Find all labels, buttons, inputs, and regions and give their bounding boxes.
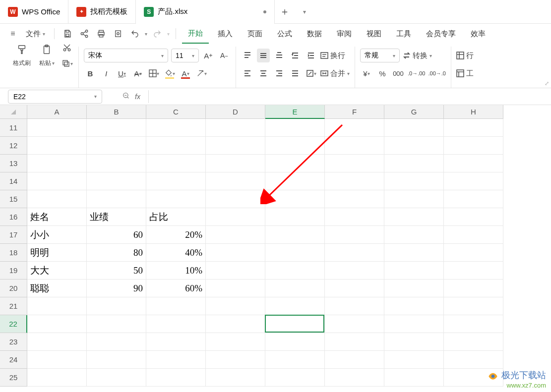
cell-F15[interactable]	[325, 190, 384, 208]
cell-E19[interactable]	[265, 262, 325, 280]
chevron-down-icon[interactable]: ▾	[167, 31, 170, 37]
cell-C24[interactable]	[146, 351, 206, 369]
paste-button[interactable]: 粘贴▾	[36, 40, 58, 71]
formula-input[interactable]	[148, 90, 495, 103]
print-icon[interactable]	[94, 27, 108, 41]
worksheet-button[interactable]: 工	[456, 66, 474, 80]
row-header-18[interactable]: 18	[0, 244, 27, 262]
cell-B19[interactable]: 50	[87, 262, 146, 280]
select-all-corner[interactable]	[0, 105, 27, 119]
cell-A13[interactable]	[27, 155, 87, 172]
format-painter-button[interactable]: 格式刷	[11, 40, 33, 71]
cell-F24[interactable]	[325, 351, 384, 369]
cell-B12[interactable]	[87, 137, 146, 155]
column-header-E[interactable]: E	[265, 105, 325, 119]
cell-D24[interactable]	[206, 351, 265, 369]
cell-A15[interactable]	[27, 190, 87, 208]
row-header-22[interactable]: 22	[0, 315, 27, 333]
cell-C25[interactable]	[146, 369, 206, 387]
cell-A23[interactable]	[27, 333, 87, 351]
cell-C11[interactable]	[146, 119, 206, 137]
row-col-button[interactable]: 行	[456, 49, 474, 62]
cell-E23[interactable]	[265, 333, 325, 351]
cell-B17[interactable]: 60	[87, 226, 146, 244]
cell-H16[interactable]	[444, 208, 503, 226]
name-box[interactable]: E22 ▾	[8, 90, 102, 104]
cell-D14[interactable]	[206, 172, 265, 190]
cell-E11[interactable]	[265, 119, 325, 137]
cell-G12[interactable]	[384, 137, 444, 155]
cell-H19[interactable]	[444, 262, 503, 280]
currency-button[interactable]: ¥▾	[360, 66, 373, 80]
menu-tab-tools[interactable]: 工具	[390, 24, 417, 44]
font-name-select[interactable]: 宋体 ▾	[84, 49, 168, 62]
cell-D23[interactable]	[206, 333, 265, 351]
column-header-B[interactable]: B	[87, 105, 146, 119]
cell-B14[interactable]	[87, 172, 146, 190]
cancel-formula-icon[interactable]	[122, 92, 130, 101]
row-header-17[interactable]: 17	[0, 226, 27, 244]
bold-button[interactable]: B	[84, 66, 97, 80]
align-middle-button[interactable]	[257, 49, 270, 62]
cell-F23[interactable]	[325, 333, 384, 351]
column-header-D[interactable]: D	[206, 105, 265, 119]
cell-H20[interactable]	[444, 280, 503, 297]
cut-button[interactable]	[61, 41, 73, 55]
cell-A22[interactable]	[27, 315, 87, 333]
fx-label[interactable]: fx	[135, 93, 140, 101]
cell-A20[interactable]: 聪聪	[27, 280, 87, 297]
redo-icon[interactable]	[150, 27, 164, 41]
chevron-down-icon[interactable]: ▾	[145, 31, 147, 37]
new-tab-button[interactable]: ＋	[275, 5, 295, 18]
cell-B22[interactable]	[87, 315, 146, 333]
decrease-font-button[interactable]: A−	[218, 49, 231, 62]
cell-C22[interactable]	[146, 315, 206, 333]
cell-F18[interactable]	[325, 244, 384, 262]
cell-F13[interactable]	[325, 155, 384, 172]
cell-B21[interactable]	[87, 297, 146, 315]
cell-F25[interactable]	[325, 369, 384, 387]
cell-G21[interactable]	[384, 297, 444, 315]
cell-A12[interactable]	[27, 137, 87, 155]
row-header-16[interactable]: 16	[0, 208, 27, 226]
cell-D12[interactable]	[206, 137, 265, 155]
underline-button[interactable]: U▾	[116, 66, 128, 80]
increase-decimal-button[interactable]: .0→.00	[408, 66, 425, 80]
orientation-button[interactable]: ▾	[305, 66, 317, 80]
font-size-select[interactable]: 11 ▾	[171, 49, 199, 62]
cell-B25[interactable]	[87, 369, 146, 387]
menu-tab-formula[interactable]: 公式	[271, 24, 298, 44]
menu-tab-view[interactable]: 视图	[361, 24, 387, 44]
cell-G15[interactable]	[384, 190, 444, 208]
decrease-decimal-button[interactable]: .00→.0	[428, 66, 445, 80]
cell-F12[interactable]	[325, 137, 384, 155]
cell-E16[interactable]	[265, 208, 325, 226]
cell-F21[interactable]	[325, 297, 384, 315]
cell-F20[interactable]	[325, 280, 384, 297]
tab-wps-office[interactable]: W WPS Office	[0, 0, 68, 24]
cell-A19[interactable]: 大大	[27, 262, 87, 280]
cell-D16[interactable]	[206, 208, 265, 226]
file-menu[interactable]: 文件 ▾	[23, 29, 48, 39]
column-header-F[interactable]: F	[325, 105, 384, 119]
row-header-12[interactable]: 12	[0, 137, 27, 155]
cell-G14[interactable]	[384, 172, 444, 190]
increase-indent-button[interactable]	[305, 49, 317, 62]
cell-H12[interactable]	[444, 137, 503, 155]
undo-icon[interactable]	[128, 27, 142, 41]
cell-G17[interactable]	[384, 226, 444, 244]
row-header-20[interactable]: 20	[0, 280, 27, 297]
cell-F11[interactable]	[325, 119, 384, 137]
cell-G24[interactable]	[384, 351, 444, 369]
increase-font-button[interactable]: A+	[202, 49, 215, 62]
cell-G13[interactable]	[384, 155, 444, 172]
cell-F19[interactable]	[325, 262, 384, 280]
row-header-23[interactable]: 23	[0, 333, 27, 351]
cell-C17[interactable]: 20%	[146, 226, 206, 244]
cell-A11[interactable]	[27, 119, 87, 137]
cell-G20[interactable]	[384, 280, 444, 297]
menu-tab-page[interactable]: 页面	[242, 24, 268, 44]
align-left-button[interactable]	[241, 66, 254, 80]
cell-D19[interactable]	[206, 262, 265, 280]
row-header-13[interactable]: 13	[0, 155, 27, 172]
